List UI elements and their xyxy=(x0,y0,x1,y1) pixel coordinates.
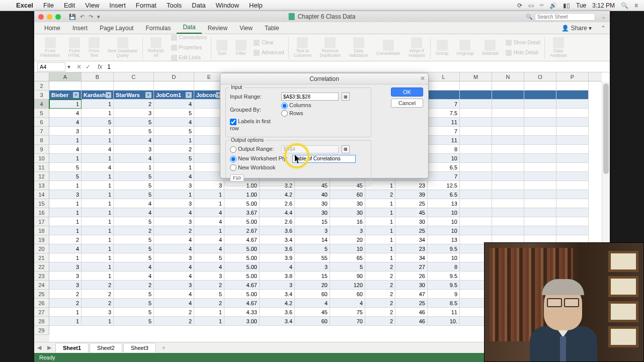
menu-view[interactable]: View xyxy=(80,2,104,9)
row-header[interactable]: 4 xyxy=(34,100,49,109)
cell[interactable]: 9 xyxy=(428,290,460,299)
row-header[interactable]: 25 xyxy=(34,290,49,299)
cell[interactable]: 1 xyxy=(49,308,82,317)
undo-icon[interactable]: ↶ xyxy=(80,14,85,20)
cell[interactable] xyxy=(492,100,524,109)
cell[interactable]: 2 xyxy=(194,299,224,308)
cell[interactable]: 4 xyxy=(82,145,114,154)
cell[interactable]: 11 xyxy=(428,308,460,317)
cell[interactable]: 4 xyxy=(330,299,365,308)
cell[interactable]: 5 xyxy=(114,235,154,244)
cell[interactable]: 60 xyxy=(330,290,365,299)
cell[interactable]: 1 xyxy=(365,253,395,262)
cell[interactable]: 3 xyxy=(49,262,82,272)
cell[interactable]: 3 xyxy=(49,190,82,199)
cell[interactable]: 11 xyxy=(428,118,460,127)
cell[interactable]: 4 xyxy=(82,163,114,172)
cell[interactable]: 2 xyxy=(49,299,82,308)
filter-dropdown-icon[interactable]: ▾ xyxy=(106,92,111,98)
collapse-ribbon-icon[interactable]: ⌃ xyxy=(597,23,610,34)
cell[interactable]: 5 xyxy=(49,172,82,181)
cell[interactable] xyxy=(556,145,589,154)
zoom-button[interactable] xyxy=(55,14,61,20)
rib-clear[interactable]: Clear xyxy=(262,40,274,45)
app-name[interactable]: Excel xyxy=(11,2,38,9)
cell[interactable]: 60 xyxy=(295,290,330,299)
output-range-picker-icon[interactable]: ▦ xyxy=(342,145,350,153)
cell[interactable] xyxy=(492,109,524,118)
cell[interactable]: 1 xyxy=(82,217,114,226)
cell[interactable]: 1 xyxy=(82,199,114,208)
cell[interactable]: 2 xyxy=(194,281,224,290)
enter-icon[interactable]: ✓ xyxy=(86,63,91,70)
cell[interactable] xyxy=(524,154,556,163)
row-header[interactable]: 13 xyxy=(34,181,49,190)
cell[interactable]: 4 xyxy=(194,217,224,226)
cell[interactable]: 8 xyxy=(428,145,460,154)
cell[interactable]: 1 xyxy=(114,163,154,172)
cell[interactable]: 3 xyxy=(154,181,194,190)
cell[interactable]: 2 xyxy=(114,281,154,290)
cell[interactable] xyxy=(556,127,589,136)
formula-input[interactable]: 1 xyxy=(105,63,610,70)
cell[interactable]: 4 xyxy=(49,109,82,118)
cell[interactable] xyxy=(524,127,556,136)
tab-home[interactable]: Home xyxy=(38,23,66,34)
col-header[interactable]: O xyxy=(524,72,556,81)
cell[interactable]: 4 xyxy=(194,244,224,253)
table-header[interactable] xyxy=(460,90,492,100)
cell[interactable]: 1 xyxy=(49,253,82,262)
cell[interactable]: 3 xyxy=(49,272,82,281)
cell[interactable]: 1 xyxy=(82,253,114,262)
cell[interactable]: 5.00 xyxy=(224,199,260,208)
cell[interactable]: 14 xyxy=(295,235,330,244)
cell[interactable]: 3 xyxy=(194,181,224,190)
rib-connections[interactable]: Connections xyxy=(179,35,207,40)
wifi-icon[interactable]: ⌔ xyxy=(540,2,543,9)
cell[interactable]: 75 xyxy=(330,308,365,317)
cell[interactable]: 7 xyxy=(428,100,460,109)
row-header[interactable]: 8 xyxy=(34,136,49,145)
cell[interactable]: 7.5 xyxy=(428,109,460,118)
cell[interactable] xyxy=(492,190,524,199)
cell[interactable]: 30 xyxy=(395,217,428,226)
tab-formulas[interactable]: Formulas xyxy=(139,23,177,34)
cell[interactable]: 47 xyxy=(395,290,428,299)
cell[interactable] xyxy=(492,154,524,163)
row-header[interactable]: 26 xyxy=(34,299,49,308)
cell[interactable]: 3 xyxy=(49,127,82,136)
cell[interactable]: 5 xyxy=(154,127,194,136)
row-header[interactable]: 20 xyxy=(34,244,49,253)
rib-editlinks[interactable]: Edit Links xyxy=(179,55,201,60)
cell[interactable]: 9.5 xyxy=(428,244,460,253)
cell[interactable] xyxy=(460,163,492,172)
cell[interactable]: 1 xyxy=(82,109,114,118)
cell[interactable] xyxy=(492,199,524,208)
menubar-time[interactable]: 3:12 PM xyxy=(592,2,615,9)
cell[interactable] xyxy=(492,181,524,190)
cell[interactable]: 10 xyxy=(428,217,460,226)
cell[interactable] xyxy=(460,181,492,190)
cell[interactable]: 1 xyxy=(365,244,395,253)
cell[interactable]: 10 xyxy=(428,208,460,217)
cell[interactable]: 1 xyxy=(82,235,114,244)
cell[interactable]: 10 xyxy=(428,226,460,235)
cell[interactable]: 60 xyxy=(295,317,330,326)
cell[interactable] xyxy=(524,199,556,208)
col-header[interactable]: N xyxy=(492,72,524,81)
cell[interactable]: 1 xyxy=(49,100,82,109)
cell[interactable] xyxy=(524,217,556,226)
cell[interactable] xyxy=(524,109,556,118)
cell[interactable] xyxy=(524,100,556,109)
cell[interactable] xyxy=(492,172,524,181)
cell[interactable]: 5 xyxy=(114,127,154,136)
cell[interactable]: 2 xyxy=(82,290,114,299)
cell[interactable] xyxy=(492,127,524,136)
close-button[interactable] xyxy=(38,14,44,20)
cell[interactable]: 4 xyxy=(114,136,154,145)
cell[interactable]: 5 xyxy=(154,109,194,118)
cell[interactable]: 15 xyxy=(295,272,330,281)
rib-textcols[interactable]: Text toColumns xyxy=(294,49,312,58)
cell[interactable]: 4 xyxy=(295,299,330,308)
cell[interactable]: 3.6 xyxy=(260,308,295,317)
